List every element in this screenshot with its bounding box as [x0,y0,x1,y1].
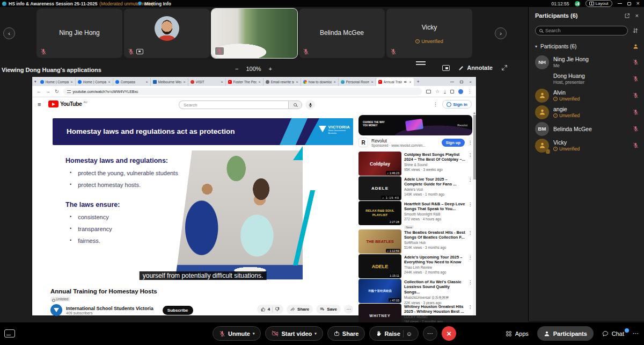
raise-hand-button[interactable]: Raise ☺ [369,326,419,341]
browser-tab[interactable]: Home | Compass× [76,78,113,86]
tab-close-icon[interactable]: × [258,80,260,84]
sort-participants-icon[interactable] [632,27,639,34]
unmute-button[interactable]: Unmute ▾ [213,326,261,341]
zoom-in-button[interactable]: + [269,66,272,72]
participant-row[interactable]: AlvinUnverified [529,87,644,104]
muted-mic-icon[interactable] [633,126,639,132]
connection-quality-icon[interactable] [575,1,580,6]
tab-close-icon[interactable]: × [221,80,223,84]
closed-captions-icon[interactable] [4,329,15,337]
recommended-video[interactable]: ADELE1:15:11 Adele's Upcoming Tour 2025 … [358,254,472,278]
chevron-down-icon[interactable]: ▾ [314,332,317,336]
reload-icon[interactable]: ↻ [55,89,59,94]
recommended-video[interactable]: THE BEATLES♪ 1:12:59 The Beatles Greates… [358,229,472,254]
muted-mic-icon[interactable] [633,59,639,65]
browser-maximize-button[interactable] [460,81,463,83]
scrollbar-thumb[interactable] [473,115,476,179]
browser-tab[interactable]: Home | Compass× [38,78,76,86]
tab-search-chevron-icon[interactable]: ▾ [34,80,36,84]
video-menu-icon[interactable]: ⋮ [468,254,472,278]
browser-minimize-button[interactable] [450,82,454,82]
participant-row[interactable]: BM Belinda McGee [529,120,644,137]
tab-close-icon[interactable]: × [371,80,373,84]
hamburger-menu-icon[interactable]: ≡ [38,101,41,107]
video-menu-icon[interactable]: ⋮ [468,201,472,229]
forward-icon[interactable]: → [46,89,50,94]
layout-button[interactable]: Layout [586,0,612,7]
ad-signup-button[interactable]: Sign up [442,139,465,147]
youtube-logo[interactable]: YouTube AU [48,100,87,107]
browser-tab[interactable]: how to downloa× [301,78,339,86]
muted-mic-icon[interactable] [633,142,639,148]
youtube-menu-icon[interactable]: ⋮ [433,102,437,107]
browser-menu-icon[interactable]: ⋮ [467,89,472,94]
browser-tab[interactable]: Foster The Peo× [226,78,264,86]
browser-tab[interactable]: Melbourne Weat× [151,78,188,86]
maximize-button[interactable] [627,2,631,5]
annotate-button[interactable]: Annotate [458,64,493,71]
start-video-button[interactable]: Start video ▾ [265,326,323,341]
youtube-search-button[interactable] [288,100,302,109]
tab-close-icon[interactable]: × [409,80,411,84]
video-tile[interactable]: Ning Jie Hong [36,9,122,58]
reactions-icon[interactable]: ☺ [406,330,412,337]
muted-mic-icon[interactable] [633,109,639,115]
unverified-attendees-icon[interactable] [633,44,639,49]
participant-row[interactable]: NH Ning Jie HongMe [529,54,644,70]
toolbar-drag-handle[interactable] [416,61,426,65]
fullscreen-icon[interactable] [501,64,508,71]
filmstrip-next-button[interactable]: › [495,27,507,39]
recommended-video[interactable]: RELAX R&B SOUL PLAYLIST2:27:28 Heartfelt… [358,201,472,229]
browser-profile-avatar[interactable] [458,89,463,94]
more-panels-icon[interactable]: ⋯ [633,330,639,337]
ad-row[interactable]: R Revolut Sponsored · www.revolut.com/en… [358,138,472,147]
video-tile[interactable]: Vicky Unverified [386,9,472,58]
share-button[interactable]: Share [327,326,365,341]
ad-banner[interactable]: CHANGE THE WAY YOU MONEY Revolut [358,115,472,135]
cast-icon[interactable] [426,90,431,94]
scroll-up-icon[interactable] [473,112,475,114]
tab-close-icon[interactable]: × [333,80,335,84]
browser-tab[interactable]: Email rewrite sug× [264,78,301,86]
channel-name[interactable]: International School Students Victoria [66,306,153,311]
share-video-button[interactable]: Share [287,305,313,314]
meeting-info-button[interactable]: Meeting Info [137,0,171,7]
sign-in-button[interactable]: Sign in [442,100,472,109]
minimize-button[interactable] [618,3,622,4]
video-menu-icon[interactable]: ⋮ [468,229,472,254]
browser-tab[interactable]: Personal Room -× [339,78,376,86]
collapse-section-icon[interactable]: ▾ [535,44,537,49]
participants-button[interactable]: Participants [537,326,594,341]
browser-tab-active[interactable]: Annual Traini× [376,78,414,86]
browser-close-button[interactable]: × [469,80,472,84]
pip-view-icon[interactable] [442,65,450,71]
video-tile[interactable] [211,9,297,58]
video-player[interactable]: Homestay laws and regulations act as pro… [50,115,355,284]
tab-close-icon[interactable]: × [183,80,185,84]
bookmark-star-icon[interactable]: ☆ [435,89,440,94]
leave-meeting-button[interactable]: × [442,326,456,341]
filmstrip-prev-button[interactable]: ‹ [3,27,15,39]
chat-button[interactable]: Chat [602,330,624,337]
video-menu-icon[interactable]: ⋮ [468,279,472,303]
close-button[interactable]: × [636,1,640,6]
recommended-video[interactable]: Coldplay♪ 1:46:23 Coldplay Best Songs Pl… [358,152,472,176]
tab-close-icon[interactable]: × [296,80,298,84]
zoom-out-button[interactable]: − [235,66,238,72]
video-tile[interactable]: Belinda McGee [299,9,385,58]
new-tab-button[interactable]: + [417,79,420,84]
participant-row[interactable]: Dong HuangHost, presenter [529,70,644,87]
tab-close-icon[interactable]: × [145,80,148,84]
recommended-video[interactable]: ADELE♪ 1:15:40 Adele Live Tour 2025 – Co… [358,176,472,200]
browser-tab[interactable]: Compass× [113,78,151,86]
url-field[interactable]: youtube.com/watch?v=cWW4VYLEBxc [63,88,422,95]
page-scrollbar[interactable] [473,112,476,315]
youtube-search-input[interactable] [179,100,288,109]
chevron-down-icon[interactable]: ▾ [253,332,255,336]
muted-mic-icon[interactable] [633,92,639,98]
like-dislike-buttons[interactable]: 4 [257,305,283,314]
channel-avatar[interactable] [50,304,62,316]
participants-search-input[interactable] [545,28,624,33]
video-more-button[interactable]: ⋯ [344,305,353,314]
subscribe-button[interactable]: Subscribe [163,306,193,315]
